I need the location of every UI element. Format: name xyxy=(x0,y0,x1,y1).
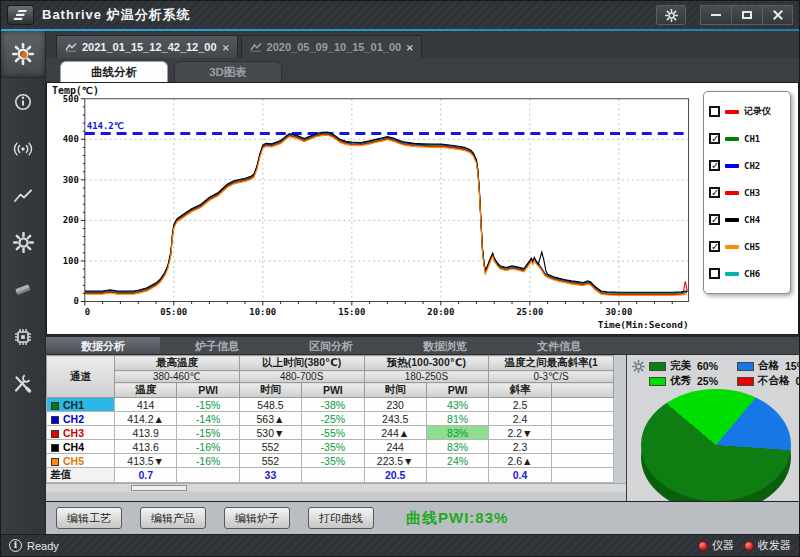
x-tick-label: 05:00 xyxy=(160,307,187,317)
legend-color-swatch xyxy=(725,110,739,114)
print-curve-button[interactable]: 打印曲线 xyxy=(308,507,374,529)
checkbox[interactable] xyxy=(709,268,720,279)
pie-legend-percent: 25% xyxy=(697,375,718,387)
y-axis-title: Temp(℃) xyxy=(52,85,99,96)
legend-item-CH1[interactable]: ✓CH1 xyxy=(709,125,785,152)
channel-cell-CH4[interactable]: CH4 xyxy=(47,440,115,454)
info-icon xyxy=(12,91,34,113)
sidebar-item-settings[interactable] xyxy=(1,219,45,266)
sidebar-item-tools[interactable] xyxy=(1,360,45,407)
tab-curve-analysis[interactable]: 曲线分析 xyxy=(60,61,168,82)
legend-item-记录仪[interactable]: 记录仪 xyxy=(709,98,785,125)
legend-label: CH2 xyxy=(744,161,760,171)
sidebar-item-chip[interactable] xyxy=(1,313,45,360)
channel-cell-CH1[interactable]: CH1 xyxy=(47,398,115,412)
col-time-2: 时间 xyxy=(364,383,426,398)
value-cell: 563▲ xyxy=(239,412,301,426)
pie-legend-swatch xyxy=(649,377,666,386)
value-cell: 530▼ xyxy=(239,426,301,440)
channel-label: CH5 xyxy=(63,455,84,467)
eraser-icon xyxy=(12,279,34,301)
settings-gear-button[interactable] xyxy=(656,5,686,25)
table-hscrollbar[interactable] xyxy=(46,483,626,492)
curve-file-icon xyxy=(250,42,262,52)
data-tab-1[interactable]: 数据分析 xyxy=(46,337,160,354)
col-channel: 通道 xyxy=(47,356,115,398)
data-tab-2[interactable]: 炉子信息 xyxy=(160,337,274,354)
sidebar-item-eraser[interactable] xyxy=(1,266,45,313)
group-time-above: 以上时间(380℃) xyxy=(239,356,364,371)
data-tab-5[interactable]: 文件信息 xyxy=(502,337,616,354)
table-row-CH2[interactable]: CH2414.2▲-14%563▲-25%243.581%2.4 xyxy=(47,412,614,426)
tab-close-icon[interactable] xyxy=(407,45,412,50)
legend-item-CH2[interactable]: ✓CH2 xyxy=(709,152,785,179)
sidebar-item-info[interactable] xyxy=(1,78,45,125)
value-cell: 413.9 xyxy=(115,426,177,440)
tab-close-icon[interactable] xyxy=(223,45,228,50)
data-tab-3[interactable]: 区间分析 xyxy=(274,337,388,354)
y-tick-label: 400 xyxy=(63,134,79,144)
table-row-CH3[interactable]: CH3413.9-15%530▼-55%244▲83%2.2▼ xyxy=(47,426,614,440)
temperature-chart-panel: 0100200300400500005:0010:0015:0020:0025:… xyxy=(46,82,799,335)
series-CH2 xyxy=(85,133,687,293)
channel-cell-CH2[interactable]: CH2 xyxy=(47,412,115,426)
edit-furnace-button[interactable]: 编辑炉子 xyxy=(224,507,290,529)
checkbox[interactable]: ✓ xyxy=(709,133,720,144)
channel-color-swatch xyxy=(51,444,59,452)
signal-icon xyxy=(12,138,34,160)
legend-color-swatch xyxy=(725,218,739,222)
y-tick-label: 200 xyxy=(63,215,79,225)
table-row-CH4[interactable]: CH4413.6-16%552-35%24483%2.3 xyxy=(47,440,614,454)
channel-cell-CH3[interactable]: CH3 xyxy=(47,426,115,440)
group-preheat: 预热(100-300℃) xyxy=(364,356,489,371)
minimize-button[interactable] xyxy=(700,5,731,25)
pie-legend-percent: 60% xyxy=(697,360,718,372)
sidebar-item-analysis[interactable] xyxy=(1,31,45,78)
checkbox[interactable]: ✓ xyxy=(709,160,720,171)
edit-product-button[interactable]: 编辑产品 xyxy=(140,507,206,529)
sidebar-item-signal[interactable] xyxy=(1,125,45,172)
analysis-table-area: 通道 最高温度 以上时间(380℃) 预热(100-300℃) 温度之间最高斜率… xyxy=(46,355,626,501)
value-cell: 223.5▼ xyxy=(364,454,426,468)
channel-cell-CH5[interactable]: CH5 xyxy=(47,454,115,468)
tab-3d-chart[interactable]: 3D图表 xyxy=(174,61,282,82)
value-cell: -15% xyxy=(177,426,239,440)
status-label: 收发器 xyxy=(758,538,791,553)
diff-cell: 20.5 xyxy=(364,468,426,483)
pie-settings-gear-icon[interactable] xyxy=(632,360,645,373)
pie-top xyxy=(641,389,791,501)
data-tab-4[interactable]: 数据浏览 xyxy=(388,337,502,354)
curve-pwi-label: 曲线PWI:83% xyxy=(406,509,508,528)
file-tab-2[interactable]: 2020_05_09_10_15_01_00 xyxy=(241,35,423,58)
maximize-button[interactable] xyxy=(731,5,762,25)
table-row-CH5[interactable]: CH5413.5▼-16%552-35%223.5▼24%2.6▲ xyxy=(47,454,614,468)
checkbox[interactable]: ✓ xyxy=(709,214,720,225)
diff-cell xyxy=(302,468,364,483)
value-cell: 413.6 xyxy=(115,440,177,454)
checkbox[interactable]: ✓ xyxy=(709,187,720,198)
legend-item-CH4[interactable]: ✓CH4 xyxy=(709,206,785,233)
checkbox[interactable] xyxy=(709,106,720,117)
table-row-CH1[interactable]: CH1414-15%548.5-38%23043%2.5 xyxy=(47,398,614,412)
pwi-pie-chart xyxy=(641,389,791,501)
title-bar: Bathrive 炉温分析系统 xyxy=(1,1,799,29)
channel-label: CH2 xyxy=(63,413,84,425)
legend-item-CH3[interactable]: ✓CH3 xyxy=(709,179,785,206)
status-info-icon: i xyxy=(9,539,22,552)
pie-legend-percent: 0% xyxy=(796,375,800,387)
plot-border xyxy=(85,99,689,302)
series-CH3 xyxy=(85,134,688,294)
legend-item-CH6[interactable]: CH6 xyxy=(709,260,785,287)
legend-item-CH5[interactable]: ✓CH5 xyxy=(709,233,785,260)
value-cell: 2.4 xyxy=(489,412,551,426)
file-tab-1[interactable]: 2021_01_15_12_42_12_00 xyxy=(56,35,238,58)
edit-process-button[interactable]: 编辑工艺 xyxy=(56,507,122,529)
table-row-diff: 差值0.73320.50.4 xyxy=(47,468,614,483)
temperature-chart[interactable]: 0100200300400500005:0010:0015:0020:0025:… xyxy=(47,83,798,334)
sidebar-item-curve[interactable] xyxy=(1,172,45,219)
scrollbar-thumb[interactable] xyxy=(131,485,187,491)
col-pwi-1: PWI xyxy=(177,383,239,398)
close-button[interactable] xyxy=(762,5,793,25)
minimize-icon xyxy=(711,14,721,16)
checkbox[interactable]: ✓ xyxy=(709,241,720,252)
